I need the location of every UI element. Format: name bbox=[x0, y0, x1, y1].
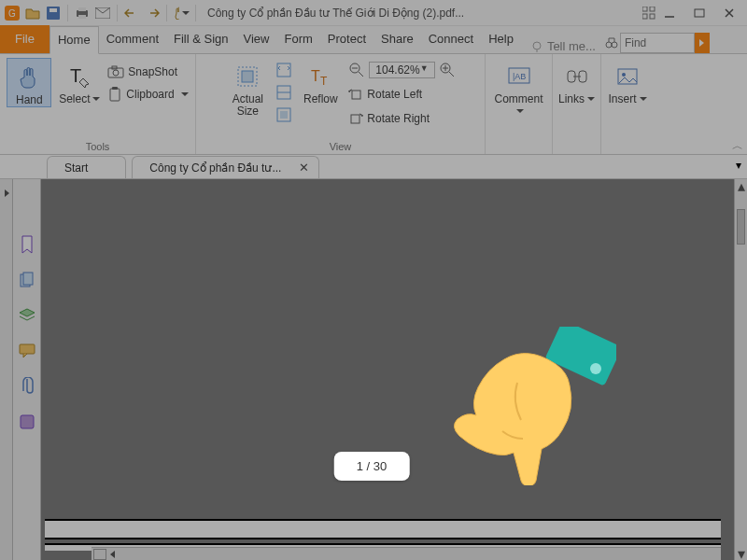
prev-page-icon[interactable] bbox=[108, 550, 118, 559]
rotate-left-icon bbox=[348, 88, 363, 101]
tab-fill-sign[interactable]: Fill & Sign bbox=[166, 25, 236, 53]
first-page-button[interactable] bbox=[93, 549, 106, 560]
links-button[interactable]: Links bbox=[555, 58, 599, 105]
svg-rect-5 bbox=[78, 7, 86, 11]
find-next-button[interactable] bbox=[695, 33, 710, 53]
document-canvas-area: ▴ ▾ bbox=[0, 179, 747, 560]
signatures-icon[interactable] bbox=[18, 413, 36, 431]
hand-icon bbox=[14, 63, 44, 92]
comment-button[interactable]: |AB Comment bbox=[497, 58, 542, 118]
binoculars-icon[interactable] bbox=[603, 35, 620, 51]
separator bbox=[166, 5, 167, 21]
hand-quick-icon[interactable] bbox=[173, 5, 190, 21]
titlebar: G Công ty Cổ phần Đầu tư Thế Giới Di Độn… bbox=[0, 0, 747, 26]
link-icon bbox=[562, 62, 592, 91]
svg-text:T: T bbox=[320, 75, 328, 88]
svg-text:G: G bbox=[8, 8, 16, 19]
file-tab[interactable]: File bbox=[0, 25, 49, 53]
insert-icon bbox=[613, 62, 642, 91]
snapshot-button[interactable]: SnapShot bbox=[107, 62, 188, 82]
find-box bbox=[603, 33, 710, 53]
svg-point-17 bbox=[612, 42, 617, 48]
ribbon: Hand T Select SnapShot Clipboard Tools bbox=[0, 54, 747, 155]
tab-connect[interactable]: Connect bbox=[421, 25, 481, 53]
group-view-label: View bbox=[330, 139, 352, 152]
actual-size-icon bbox=[233, 62, 262, 91]
fit-visible-button[interactable] bbox=[275, 106, 292, 123]
bookmarks-icon[interactable] bbox=[18, 235, 36, 254]
camera-icon bbox=[107, 65, 124, 78]
open-icon[interactable] bbox=[24, 5, 41, 21]
doc-tab-start[interactable]: Start bbox=[47, 156, 126, 178]
pages-icon[interactable] bbox=[18, 271, 36, 289]
document-title: Công ty Cổ phần Đầu tư Thế Giới Di Động … bbox=[207, 7, 464, 20]
zoom-value: 104.62% bbox=[375, 63, 419, 77]
tabs-menu-button[interactable]: ▾ bbox=[736, 159, 741, 172]
document-canvas[interactable] bbox=[41, 179, 734, 560]
rotate-right-icon bbox=[348, 112, 363, 125]
comment-label: Comment bbox=[495, 93, 543, 118]
snapshot-label: SnapShot bbox=[128, 65, 177, 78]
hand-label: Hand bbox=[16, 94, 43, 106]
hand-tool-button[interactable]: Hand bbox=[7, 58, 51, 107]
clipboard-label: Clipboard bbox=[126, 88, 174, 101]
ribbon-display-icon[interactable] bbox=[641, 5, 657, 21]
tab-help[interactable]: Help bbox=[481, 25, 521, 53]
horizontal-scrollbar[interactable] bbox=[92, 547, 721, 560]
tab-protect[interactable]: Protect bbox=[320, 25, 374, 53]
zoom-out-icon[interactable] bbox=[348, 62, 365, 78]
tab-share[interactable]: Share bbox=[374, 25, 421, 53]
scroll-thumb[interactable] bbox=[737, 209, 745, 245]
undo-icon[interactable] bbox=[123, 5, 140, 21]
doc-tab-current[interactable]: Công ty Cổ phần Đầu tư... ✕ bbox=[132, 156, 319, 178]
svg-rect-39 bbox=[352, 91, 360, 99]
svg-text:T: T bbox=[311, 68, 320, 84]
rotate-right-button[interactable]: Rotate Right bbox=[348, 108, 455, 129]
clipboard-button[interactable]: Clipboard bbox=[107, 84, 188, 105]
fit-page-button[interactable] bbox=[275, 62, 292, 78]
vertical-scrollbar[interactable]: ▴ ▾ bbox=[734, 179, 747, 560]
email-icon[interactable] bbox=[94, 5, 111, 21]
redo-icon[interactable] bbox=[144, 5, 161, 21]
select-label: Select bbox=[59, 93, 100, 105]
close-button[interactable] bbox=[721, 5, 738, 21]
insert-button[interactable]: Insert bbox=[605, 58, 650, 105]
fit-buttons-col bbox=[275, 58, 292, 123]
reflow-button[interactable]: TT Reflow bbox=[298, 58, 343, 105]
group-tools: Hand T Select SnapShot Clipboard Tools bbox=[0, 54, 196, 154]
rotate-left-button[interactable]: Rotate Left bbox=[348, 84, 455, 105]
close-tab-button[interactable]: ✕ bbox=[299, 161, 309, 175]
group-links: Links bbox=[553, 54, 601, 154]
zoom-row: 104.62%▼ bbox=[348, 60, 455, 80]
collapse-ribbon-button[interactable]: ︿ bbox=[732, 138, 743, 154]
svg-line-34 bbox=[359, 72, 363, 77]
fit-width-button[interactable] bbox=[275, 84, 292, 101]
svg-rect-23 bbox=[112, 87, 118, 90]
tab-form[interactable]: Form bbox=[276, 25, 319, 53]
attachments-icon[interactable] bbox=[18, 377, 36, 396]
tell-me-search[interactable]: Tell me... bbox=[530, 39, 596, 53]
print-icon[interactable] bbox=[74, 5, 91, 21]
minimize-button[interactable] bbox=[661, 5, 678, 21]
scroll-up-button[interactable]: ▴ bbox=[735, 179, 747, 192]
bulb-icon bbox=[530, 40, 543, 53]
svg-rect-26 bbox=[277, 63, 290, 77]
save-icon[interactable] bbox=[45, 5, 62, 21]
tab-comment[interactable]: Comment bbox=[99, 25, 166, 53]
rotate-left-label: Rotate Left bbox=[367, 88, 422, 101]
zoom-in-icon[interactable] bbox=[439, 62, 456, 78]
comments-icon[interactable] bbox=[18, 342, 36, 360]
actual-size-button[interactable]: Actual Size bbox=[225, 58, 270, 118]
layers-icon[interactable] bbox=[18, 306, 36, 325]
maximize-button[interactable] bbox=[691, 5, 708, 21]
select-tool-button[interactable]: T Select bbox=[57, 58, 102, 105]
find-input[interactable] bbox=[620, 33, 695, 53]
reflow-label: Reflow bbox=[303, 93, 338, 105]
zoom-value-box[interactable]: 104.62%▼ bbox=[369, 62, 434, 78]
nav-panel-toggle[interactable] bbox=[0, 179, 13, 560]
scroll-down-button[interactable]: ▾ bbox=[735, 547, 747, 560]
tab-view[interactable]: View bbox=[236, 25, 277, 53]
tab-home[interactable]: Home bbox=[49, 26, 99, 54]
tools-small-buttons: SnapShot Clipboard bbox=[107, 58, 188, 105]
svg-rect-9 bbox=[650, 7, 655, 11]
